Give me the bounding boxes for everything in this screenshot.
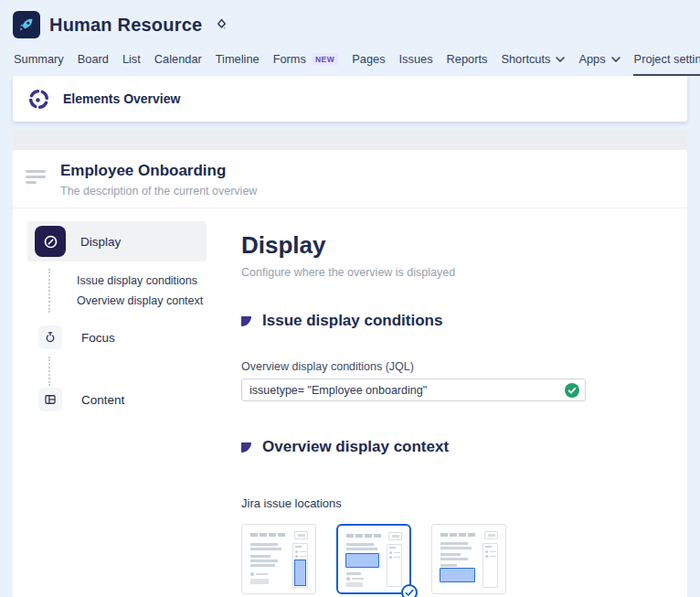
project-title: Human Resource [49,15,202,36]
overview-title: Employee Onboarding [60,162,257,180]
tab-reports[interactable]: Reports [446,52,489,76]
section-title-issue-display-conditions: Issue display conditions [262,312,442,330]
sidebar-item-focus[interactable]: Focus [38,325,228,349]
app-bar: Elements Overview [13,76,687,122]
display-subsections: Issue display conditions Overview displa… [48,269,228,313]
section-title-overview-display-context: Overview display context [262,438,449,456]
settings-sidebar: Display Issue display conditions Overvie… [13,221,228,597]
project-header: Human Resource Summary Board List Calend… [0,0,700,76]
tab-calendar[interactable]: Calendar [154,52,203,76]
section-marker-icon [241,442,251,453]
app-bar-title: Elements Overview [63,91,180,106]
tab-list[interactable]: List [122,52,142,76]
jql-field-label: Overview display conditions (JQL) [241,360,586,373]
chevron-down-icon [611,57,620,62]
display-icon [35,226,66,257]
sidebar-item-label: Focus [81,331,115,345]
page-subtitle: Configure where the overview is displaye… [241,266,586,279]
content-layout-icon [38,388,62,411]
issue-activity-thumbnail [431,524,506,594]
overview-header: Employee Onboarding The description of t… [13,150,687,208]
project-avatar [13,11,40,38]
jql-input[interactable] [241,378,586,401]
section-marker-icon [241,316,251,326]
sidebar-subitem-overview-display-context[interactable]: Overview display context [50,291,228,311]
sidebar-item-content[interactable]: Content [38,388,228,411]
elements-overview-icon [27,88,50,111]
focus-icon [38,325,62,349]
location-option-issue-panel[interactable]: Issue panel [336,524,413,597]
sidebar-item-display[interactable]: Display [27,221,207,261]
issue-panel-thumbnail [336,524,411,594]
drag-handle-icon[interactable] [26,162,46,197]
location-option-issue-details[interactable]: Issue details [241,524,318,597]
chevron-down-icon [556,57,565,62]
location-option-issue-activity[interactable]: Issue activity [431,524,508,597]
tab-summary[interactable]: Summary [13,52,65,76]
sidebar-subitem-issue-display-conditions[interactable]: Issue display conditions [50,271,228,291]
jira-issue-locations-label: Jira issue locations [241,496,586,510]
divider-band [13,130,687,150]
tab-apps[interactable]: Apps [578,52,620,76]
tab-project-settings[interactable]: Project settings [633,52,700,76]
overview-description: The description of the current overview [60,185,257,197]
issue-details-thumbnail [241,524,316,594]
sidebar-item-label: Content [81,393,124,407]
tab-forms[interactable]: Forms NEW [272,52,340,76]
rocket-icon [17,16,36,34]
settings-main: Display Configure where the overview is … [228,221,586,597]
tab-issues[interactable]: Issues [398,52,434,76]
valid-check-icon [565,383,579,398]
rename-project-icon[interactable] [215,17,228,32]
tab-pages[interactable]: Pages [351,52,386,76]
tab-shortcuts[interactable]: Shortcuts [500,52,566,76]
new-badge: NEW [312,53,338,66]
location-options: Issue details [241,524,586,597]
tab-timeline[interactable]: Timeline [215,52,260,76]
sidebar-connector [48,357,228,386]
tab-board[interactable]: Board [77,52,110,76]
sidebar-item-label: Display [80,235,121,249]
selected-check-icon [401,584,418,597]
page-title: Display [241,231,586,260]
spacer [13,122,687,130]
project-nav: Summary Board List Calendar Timeline For… [13,52,687,76]
